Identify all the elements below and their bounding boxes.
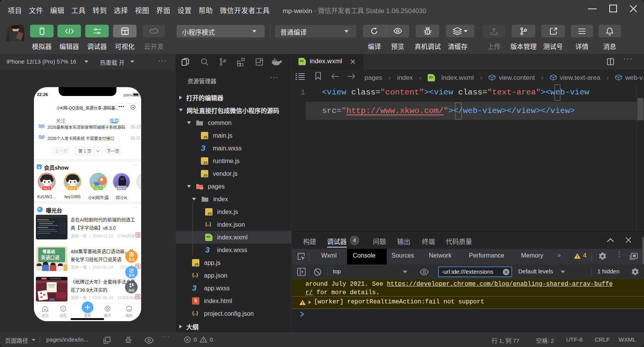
svg-text:<>: <> xyxy=(200,186,203,190)
